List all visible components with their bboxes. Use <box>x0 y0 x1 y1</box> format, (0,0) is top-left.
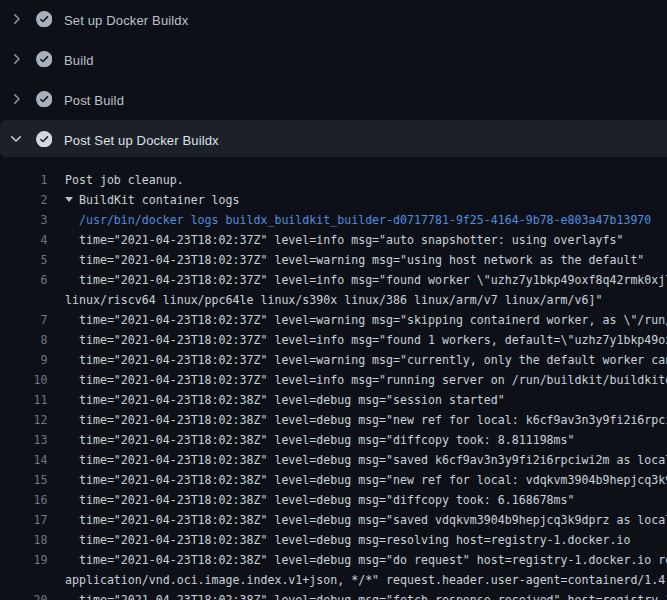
step-label: Set up Docker Buildx <box>64 13 188 28</box>
step-row[interactable]: Build <box>0 40 667 80</box>
step-row[interactable]: Post Set up Docker Buildx <box>0 120 667 160</box>
log-line: 10 time="2021-04-23T18:02:37Z" level=inf… <box>0 370 667 390</box>
log-line: 19 time="2021-04-23T18:02:38Z" level=deb… <box>0 550 667 570</box>
step-label: Build <box>64 53 94 68</box>
log-line-number[interactable]: 7 <box>0 310 48 330</box>
log-line-text: time="2021-04-23T18:02:38Z" level=debug … <box>65 470 667 490</box>
chevron-right-icon <box>8 11 24 27</box>
step-label: Post Build <box>64 93 124 108</box>
steps-list: Set up Docker Buildx Build Post Build <box>0 0 667 160</box>
check-circle-icon <box>36 131 52 147</box>
log-line-text: application/vnd.oci.image.index.v1+json,… <box>65 570 667 590</box>
log-group-toggle[interactable]: BuildKit container logs <box>65 190 240 210</box>
log-line: 13 time="2021-04-23T18:02:38Z" level=deb… <box>0 430 667 450</box>
log-line-text: time="2021-04-23T18:02:37Z" level=warnin… <box>65 310 667 330</box>
log-line-number[interactable]: 1 <box>0 170 48 190</box>
log-line: 14 time="2021-04-23T18:02:38Z" level=deb… <box>0 450 667 470</box>
log-line: 7 time="2021-04-23T18:02:37Z" level=warn… <box>0 310 667 330</box>
log-line-number[interactable]: 12 <box>0 410 48 430</box>
step-row[interactable]: Set up Docker Buildx <box>0 0 667 40</box>
log-line-text: time="2021-04-23T18:02:37Z" level=info m… <box>65 330 667 350</box>
log-line-number[interactable]: 20 <box>0 590 48 600</box>
log-line: 15 time="2021-04-23T18:02:38Z" level=deb… <box>0 470 667 490</box>
actions-log-viewer: { "colors": { "background": "#0d1117", "… <box>0 0 667 600</box>
step-row-background <box>0 40 667 77</box>
log-line: 18 time="2021-04-23T18:02:38Z" level=deb… <box>0 530 667 550</box>
log-line-text: time="2021-04-23T18:02:38Z" level=debug … <box>65 550 667 570</box>
log-line: 9 time="2021-04-23T18:02:37Z" level=warn… <box>0 350 667 370</box>
log-line-text: time="2021-04-23T18:02:37Z" level=warnin… <box>65 250 644 270</box>
log-line: application/vnd.oci.image.index.v1+json,… <box>0 570 667 590</box>
log-line-number[interactable]: 4 <box>0 230 48 250</box>
log-line: 1 Post job cleanup. <box>0 170 667 190</box>
log-line-number[interactable]: 14 <box>0 450 48 470</box>
log-lines: 1 Post job cleanup. 2 BuildKit container… <box>0 170 667 600</box>
log-line-text: time="2021-04-23T18:02:37Z" level=info m… <box>65 370 667 390</box>
log-line-text: time="2021-04-23T18:02:37Z" level=warnin… <box>65 350 667 370</box>
log-line-number[interactable]: 3 <box>0 210 48 230</box>
log-line-text: time="2021-04-23T18:02:38Z" level=debug … <box>65 530 630 550</box>
log-line: 17 time="2021-04-23T18:02:38Z" level=deb… <box>0 510 667 530</box>
log-line-text: time="2021-04-23T18:02:38Z" level=debug … <box>65 510 667 530</box>
log-line: 6 time="2021-04-23T18:02:37Z" level=info… <box>0 270 667 290</box>
check-circle-icon <box>36 91 52 107</box>
log-line-number[interactable]: 16 <box>0 490 48 510</box>
log-line-number[interactable]: 18 <box>0 530 48 550</box>
log-line-number[interactable]: 13 <box>0 430 48 450</box>
log-line: 4 time="2021-04-23T18:02:37Z" level=info… <box>0 230 667 250</box>
log-line-text: time="2021-04-23T18:02:38Z" level=debug … <box>65 590 667 600</box>
log-line-text: time="2021-04-23T18:02:38Z" level=debug … <box>65 450 667 470</box>
log-line-text: Post job cleanup. <box>65 170 184 190</box>
chevron-right-icon <box>8 51 24 67</box>
log-line-text: time="2021-04-23T18:02:38Z" level=debug … <box>65 410 667 430</box>
log-line: 8 time="2021-04-23T18:02:37Z" level=info… <box>0 330 667 350</box>
check-circle-icon <box>36 11 52 27</box>
log-line-number[interactable]: 11 <box>0 390 48 410</box>
log-line-text: /usr/bin/docker logs buildx_buildkit_bui… <box>65 210 651 230</box>
log-line: 16 time="2021-04-23T18:02:38Z" level=deb… <box>0 490 667 510</box>
log-line-number[interactable]: 5 <box>0 250 48 270</box>
log-line-number[interactable]: 10 <box>0 370 48 390</box>
check-circle-icon <box>36 51 52 67</box>
log-line-text: time="2021-04-23T18:02:37Z" level=info m… <box>65 270 667 290</box>
log-line-text: linux/riscv64 linux/ppc64le linux/s390x … <box>65 290 602 310</box>
step-label: Post Set up Docker Buildx <box>64 133 219 148</box>
log-line-number[interactable]: 8 <box>0 330 48 350</box>
chevron-right-icon <box>8 91 24 107</box>
log-line-number[interactable]: 9 <box>0 350 48 370</box>
log-line: 11 time="2021-04-23T18:02:38Z" level=deb… <box>0 390 667 410</box>
step-row[interactable]: Post Build <box>0 80 667 120</box>
group-collapse-arrow-icon[interactable] <box>65 197 73 202</box>
log-line-text: time="2021-04-23T18:02:37Z" level=info m… <box>65 230 623 250</box>
log-line: 20 time="2021-04-23T18:02:38Z" level=deb… <box>0 590 667 600</box>
log-line: 2 BuildKit container logs <box>0 190 667 210</box>
log-line-number[interactable]: 19 <box>0 550 48 570</box>
log-line-number[interactable]: 17 <box>0 510 48 530</box>
log-line-text: time="2021-04-23T18:02:38Z" level=debug … <box>65 390 505 410</box>
log-line: 3 /usr/bin/docker logs buildx_buildkit_b… <box>0 210 667 230</box>
log-line-text: time="2021-04-23T18:02:38Z" level=debug … <box>65 430 575 450</box>
log-line: 12 time="2021-04-23T18:02:38Z" level=deb… <box>0 410 667 430</box>
log-line: linux/riscv64 linux/ppc64le linux/s390x … <box>0 290 667 310</box>
log-line-number[interactable]: 2 <box>0 190 48 210</box>
log-line: 5 time="2021-04-23T18:02:37Z" level=warn… <box>0 250 667 270</box>
log-line-text: time="2021-04-23T18:02:38Z" level=debug … <box>65 490 575 510</box>
log-line-number[interactable]: 15 <box>0 470 48 490</box>
log-line-number[interactable]: 6 <box>0 270 48 290</box>
chevron-down-icon <box>8 131 24 147</box>
